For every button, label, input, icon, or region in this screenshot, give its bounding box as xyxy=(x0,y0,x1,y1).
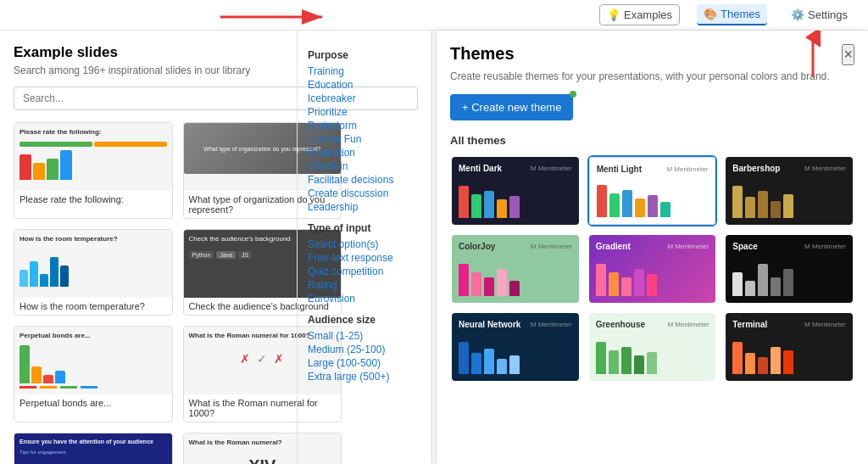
cat-education[interactable]: Education xyxy=(308,78,422,92)
theme-card-space[interactable]: NEW Space M Mentimeter xyxy=(724,233,854,305)
nav-examples[interactable]: 💡 Examples xyxy=(599,4,680,25)
category-panel: Purpose Training Education Icebreaker Pr… xyxy=(297,31,432,464)
cat-check-in[interactable]: Check-in xyxy=(308,159,422,173)
cat-quiz[interactable]: Quiz competition xyxy=(308,265,422,278)
slide-label: Please rate the following: xyxy=(14,191,172,208)
cat-leadership[interactable]: Leadership xyxy=(308,200,422,214)
cat-medium[interactable]: Medium (25-100) xyxy=(308,343,422,356)
examples-icon: 💡 xyxy=(607,8,620,21)
nav-examples-label: Examples xyxy=(624,8,672,21)
close-button[interactable]: × xyxy=(842,44,854,65)
theme-card-neural-network[interactable]: Neural Network M Mentimeter xyxy=(450,311,581,383)
arrow-annotation xyxy=(220,5,339,29)
theme-card-menti-light[interactable]: Menti Light M Mentimeter xyxy=(587,155,718,226)
purpose-title: Purpose xyxy=(308,49,422,61)
slide-card[interactable]: How is the room temperature? How is the … xyxy=(14,229,173,316)
slide-thumb: Perpetual bonds are... xyxy=(14,327,172,394)
cat-select[interactable]: Select option(s) xyxy=(308,238,422,251)
cat-extra-large[interactable]: Extra large (500+) xyxy=(308,370,422,383)
cat-prioritize[interactable]: Prioritize xyxy=(308,105,422,119)
slide-thumb: Please rate the following: xyxy=(14,123,172,191)
cat-just-for-fun[interactable]: Just for Fun xyxy=(308,132,422,146)
theme-card-barbershop[interactable]: Barbershop M Mentimeter xyxy=(724,155,854,226)
cat-create-discussion[interactable]: Create discussion xyxy=(308,187,422,200)
slide-thumb: How is the room temperature? xyxy=(14,230,172,298)
theme-card-colorjoy[interactable]: ColorJoy M Mentimeter xyxy=(450,233,581,305)
slide-label: Perpetual bonds are... xyxy=(14,394,172,411)
settings-icon: ⚙️ xyxy=(791,8,804,21)
themes-panel: Themes × Create reusable themes for your… xyxy=(436,31,868,464)
cat-free-text[interactable]: Free-text response xyxy=(308,251,422,265)
slide-card[interactable]: Ensure you have the attention of your au… xyxy=(14,433,173,464)
theme-card-gradient[interactable]: Gradient M Mentimeter xyxy=(587,233,718,305)
slide-card[interactable]: Please rate the following: Ple xyxy=(14,122,173,219)
theme-card-menti-dark[interactable]: Menti Dark M Mentimeter xyxy=(450,155,581,226)
cat-rating[interactable]: Rating xyxy=(308,278,422,292)
cat-training[interactable]: Training xyxy=(308,64,422,78)
slide-card[interactable]: Perpetual bonds are... xyxy=(14,326,173,422)
themes-header: Themes × xyxy=(450,44,854,65)
top-right-arrow-annotation xyxy=(804,31,821,77)
themes-subtitle: Create reusable themes for your presenta… xyxy=(450,70,854,82)
cat-icebreaker[interactable]: Icebreaker xyxy=(308,92,422,105)
type-of-input-title: Type of input xyxy=(308,222,422,234)
cat-evaluation[interactable]: Evaluation xyxy=(308,146,422,159)
create-theme-button[interactable]: + Create new theme xyxy=(450,94,573,120)
cat-large[interactable]: Large (100-500) xyxy=(308,356,422,370)
themes-title: Themes xyxy=(450,44,515,64)
cat-small[interactable]: Small (1-25) xyxy=(308,329,422,343)
themes-grid: Menti Dark M Mentimeter Men xyxy=(450,155,854,383)
slide-thumb: Ensure you have the attention of your au… xyxy=(14,433,172,464)
slides-grid: Please rate the following: Ple xyxy=(14,122,342,464)
all-themes-label: All themes xyxy=(450,134,854,147)
audience-size-title: Audience size xyxy=(308,314,422,326)
nav-themes-label: Themes xyxy=(721,8,760,20)
themes-icon: 🎨 xyxy=(704,8,717,20)
slide-label: How is the room temperature? xyxy=(14,298,172,315)
cat-facilitate[interactable]: Facilitate decisions xyxy=(308,173,422,187)
top-navigation: 💡 Examples 🎨 Themes ⚙️ Settings xyxy=(0,0,868,31)
theme-card-greenhouse[interactable]: Greenhouse M Mentimeter xyxy=(587,311,718,383)
nav-themes[interactable]: 🎨 Themes xyxy=(697,4,767,25)
cat-eurovision[interactable]: Eurovision xyxy=(308,292,422,305)
cat-brainstorm[interactable]: Brainstorm xyxy=(308,119,422,132)
nav-settings[interactable]: ⚙️ Settings xyxy=(784,5,854,25)
theme-card-terminal[interactable]: Terminal M Mentimeter xyxy=(724,311,854,383)
nav-settings-label: Settings xyxy=(808,8,848,21)
main-container: Example slides Search among 196+ inspira… xyxy=(0,31,868,464)
